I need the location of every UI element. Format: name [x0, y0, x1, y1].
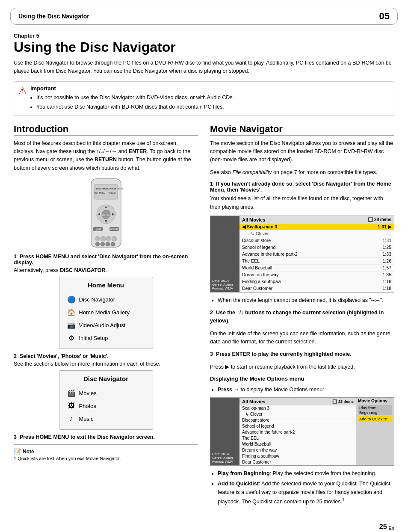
chapter-title: Using the Disc Navigator	[14, 40, 394, 55]
col-movie-navigator: Movie Navigator The movie section of the…	[210, 124, 394, 510]
movie-options-row-advance: Advance in the future part-2	[239, 429, 356, 435]
svg-text:POPUP MENU: POPUP MENU	[109, 187, 124, 190]
page-number: 25	[379, 523, 387, 531]
disc-nav-item-photos[interactable]: 🖼 Photos	[59, 399, 153, 412]
movie-options-row-school: School of legend	[239, 423, 356, 429]
home-menu-title: Home Menu	[59, 281, 153, 289]
remote-svg: DISC NAVIGATOR POPUP MENU TOP MENU MENU …	[78, 177, 134, 249]
disc-nav-item-music-label: Music	[79, 416, 94, 422]
introduction-text: Most of the features described in this c…	[14, 139, 198, 173]
mv-step-1-subtext: You should see a list of all the movie f…	[210, 195, 394, 211]
music-icon: ♪	[67, 414, 76, 423]
important-item-1: It's not possible to use the Disc Naviga…	[36, 93, 234, 102]
thumbnail-genre: Genre: Action	[212, 283, 238, 287]
note-text: 1 Quicklists are lost when you exit Movi…	[14, 456, 198, 461]
all-movies-row-southpaw: Finding a southpaw1:18	[239, 278, 394, 285]
step-2-subtext: See the sections below for more informat…	[14, 361, 198, 367]
menu-item-initial-setup-label: Initial Setup	[79, 335, 108, 341]
disc-nav-item-music[interactable]: ♪ Music	[59, 412, 153, 425]
mv-step-1: 1 If you haven't already done so, select…	[210, 181, 394, 304]
movie-options-bullets: Play from Beginning: Play the selected m…	[210, 469, 394, 506]
warning-icon: ⚠	[18, 86, 27, 97]
two-col-layout: Introduction Most of the features descri…	[14, 124, 394, 510]
movie-navigator-intro: The movie section of the Disc Navigator …	[210, 139, 394, 164]
photos-icon: 🖼	[67, 402, 76, 410]
all-movies-row-school: School of legend1:25	[239, 244, 394, 251]
movie-options-row-dream: Dream on the way	[239, 447, 356, 453]
movie-navigator-title: Movie Navigator	[210, 124, 394, 136]
menu-item-video-audio-label: Video/Audio Adjust	[79, 322, 126, 328]
svg-point-18	[95, 236, 100, 241]
header-bar: Using the Disc Navigator 05	[10, 8, 398, 25]
mv-step-3: 3 Press ENTER to play the currently high…	[210, 350, 394, 371]
movie-options-row-scallop: Scallop-man 3	[239, 405, 356, 411]
note-icon: 📝	[14, 448, 21, 455]
home-media-icon: 🏠	[67, 308, 76, 316]
movie-options-list: All Movies 🔲 28 items Scallop-man 3 ↳ Cl…	[239, 398, 356, 465]
all-movies-row-dream: Dream on the way1:35	[239, 272, 394, 278]
movie-options-header: All Movies 🔲 28 items	[239, 398, 356, 405]
mv-step-2: 2 Use the ↑/↓ buttons to change the curr…	[210, 309, 394, 346]
svg-text:MENU: MENU	[95, 231, 101, 233]
menu-item-disc-navigator[interactable]: 🔵 Disc Navigator	[59, 293, 153, 306]
initial-setup-icon: ⚙	[67, 334, 76, 342]
svg-point-22	[95, 242, 100, 246]
movie-options-menu-title: Movie Options	[358, 399, 392, 403]
disc-nav-item-movies[interactable]: 🎬 Movies	[59, 387, 153, 399]
svg-text:TOP MENU: TOP MENU	[94, 192, 105, 194]
all-movies-thumbnail: Date: 2014 Genre: Action Format: WMV	[210, 216, 239, 292]
all-movies-list: All Movies 🔲 28 items ◀ Scallop-man 3 1:…	[239, 216, 394, 292]
note-title: 📝 Note	[14, 448, 198, 455]
step-1-label: 1 Press HOME MENU and select 'Disc Navig…	[14, 254, 198, 266]
header-chapter-num: 05	[379, 11, 390, 22]
disc-navigator-icon: 🔵	[67, 295, 76, 304]
disc-nav-item-photos-label: Photos	[79, 403, 96, 409]
main-content: Chapter 5 Using the Disc Navigator Use t…	[0, 25, 408, 520]
movie-options-row-baseball: World Baseball	[239, 441, 356, 447]
step-2: 2 Select 'Movies', 'Photos' or 'Music'. …	[14, 353, 198, 430]
menu-item-video-audio[interactable]: 📷 Video/Audio Adjust	[59, 319, 153, 331]
menu-item-initial-setup[interactable]: ⚙ Initial Setup	[59, 331, 153, 344]
disc-navigator-title: Disc Navigator	[59, 375, 153, 382]
all-movies-row-dear: Dear Customer1:18	[239, 285, 394, 292]
thumbnail-date: Date: 2014	[212, 279, 238, 283]
all-movies-row-advance: Advance in the future part-21:33	[239, 251, 394, 258]
movie-options-row-eel: The EEL	[239, 435, 356, 441]
movie-options-menu-item-play[interactable]: Play from Beginning	[358, 405, 392, 415]
mv-step-2-subtext: On the left side of the screen you can s…	[210, 330, 394, 346]
page-number-bar: 25 En	[0, 520, 408, 532]
important-title: Important	[30, 85, 234, 92]
important-box: ⚠ Important It's not possible to use the…	[14, 81, 394, 116]
home-menu-box: Home Menu 🔵 Disc Navigator 🏠 Home Media …	[59, 277, 153, 349]
svg-text:ENTER: ENTER	[101, 213, 110, 216]
step-1: 1 Press HOME MENU and select 'Disc Navig…	[14, 254, 198, 349]
movie-options-row-discount: Discount store	[239, 417, 356, 423]
all-movies-row-clover: ↳ Clover --:--	[239, 231, 394, 237]
page-lang: En	[389, 526, 394, 531]
menu-item-home-media[interactable]: 🏠 Home Media Gallery	[59, 306, 153, 319]
svg-point-24	[106, 242, 110, 246]
step-3-label: 3 Press HOME MENU to exit the Disc Navig…	[14, 434, 198, 440]
step-2-label: 2 Select 'Movies', 'Photos' or 'Music'.	[14, 353, 198, 359]
movie-options-table: Date: 2014 Genre: Action Format: WMV All…	[210, 397, 394, 466]
menu-item-disc-navigator-label: Disc Navigator	[79, 296, 115, 303]
movie-options-menu-item-quicklist[interactable]: Add to Quicklist	[358, 416, 392, 422]
movie-navigator-see-also: See also File compatibility on page 7 fo…	[210, 168, 394, 177]
step-3: 3 Press HOME MENU to exit the Disc Navig…	[14, 434, 198, 440]
chapter-label: Chapter 5	[14, 33, 394, 39]
mv-step-3-subtext: Press ▶ to start or resume playback from…	[210, 363, 394, 371]
note-box: 📝 Note 1 Quicklists are lost when you ex…	[14, 444, 198, 461]
important-item-2: You cannot use Disc Navigator with BD-RO…	[36, 103, 234, 111]
all-movies-header: All Movies 🔲 28 items	[239, 216, 394, 224]
menu-item-home-media-label: Home Media Gallery	[79, 309, 130, 316]
all-movies-table: Date: 2014 Genre: Action Format: WMV All…	[210, 216, 394, 293]
header-title: Using the Disc Navigator	[18, 13, 89, 20]
remote-control-image: DISC NAVIGATOR POPUP MENU TOP MENU MENU …	[78, 177, 134, 249]
movie-options-row-southpaw: Finding a southpaw	[239, 453, 356, 459]
col-introduction: Introduction Most of the features descri…	[14, 124, 198, 510]
movie-bullet-1: When the movie length cannot be determin…	[210, 296, 394, 304]
movie-options-row-clover: ↳ Clover	[239, 411, 356, 417]
video-audio-icon: 📷	[67, 321, 76, 329]
movie-options-bullet: Press → to display the Movie Options men…	[210, 385, 394, 394]
important-list: It's not possible to use the Disc Naviga…	[30, 93, 234, 111]
